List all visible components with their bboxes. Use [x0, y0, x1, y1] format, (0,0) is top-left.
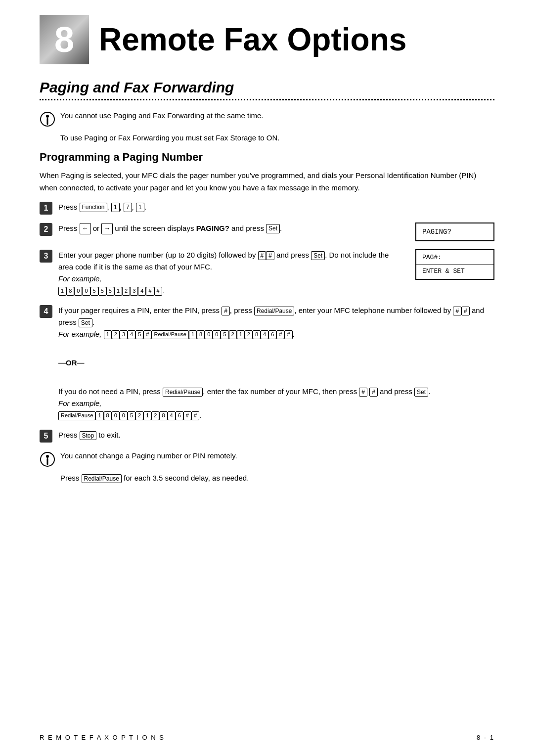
note-icon-3 [40, 451, 55, 467]
key-set-2: Set [266, 224, 280, 233]
example-label-4: For example, [58, 330, 102, 338]
step-2-text: Press ← or → until the screen displays P… [58, 222, 405, 234]
step-5-content: Press Stop to exit. [58, 429, 494, 441]
paging-bold: PAGING? [196, 224, 229, 232]
key-redial-4a: Redial/Pause [254, 307, 294, 316]
step-1: 1 Press Function, 1, 7, 1. [40, 201, 494, 215]
note-text-1: You cannot use Paging and Fax Forwarding… [60, 110, 264, 122]
key-hash2: # [266, 251, 274, 261]
example-line-4: 12345#Redial/Pause18005212846##. [104, 330, 295, 338]
or-divider: —OR— [58, 357, 494, 369]
key-redial-example: Redial/Pause [151, 330, 188, 339]
arrow-left-key: ← [80, 223, 91, 234]
note-text-4: Press Redial/Pause for each 3.5 second d… [60, 472, 494, 484]
note-row-3: You cannot change a Paging number or PIN… [40, 450, 494, 467]
example-label-3: For example, [58, 274, 102, 283]
step-3-text: Enter your pager phone number (up to 20 … [58, 249, 405, 297]
example-line-or: Redial/Pause18005212846##. [58, 411, 201, 419]
step-2: 2 Press ← or → until the screen displays… [40, 222, 494, 241]
key-set-3: Set [311, 251, 325, 261]
note-text-3: You cannot change a Paging number or PIN… [60, 450, 237, 462]
step-5: 5 Press Stop to exit. [40, 429, 494, 443]
chapter-number: 8 [40, 15, 89, 64]
key-7: 7 [124, 203, 132, 212]
key-redial-note: Redial/Pause [82, 474, 122, 484]
step-3: 3 Enter your pager phone number (up to 2… [40, 249, 494, 297]
lcd-top: PAG#: [416, 250, 493, 265]
step-3-content: Enter your pager phone number (up to 20 … [58, 249, 494, 297]
key-redial-or: Redial/Pause [163, 388, 203, 397]
key-function: Function [80, 203, 107, 212]
footer-right: 8 - 1 [477, 734, 494, 741]
sub-heading: Programming a Paging Number [40, 151, 494, 164]
step-2-content: Press ← or → until the screen displays P… [58, 222, 494, 241]
lcd-bottom: ENTER & SET [416, 265, 493, 279]
key-hash-4b: # [453, 307, 461, 316]
steps-list: 1 Press Function, 1, 7, 1. 2 Press ← or … [40, 201, 494, 443]
key-set-4: Set [79, 318, 92, 328]
section-title: Paging and Fax Forwarding [40, 79, 494, 96]
key-hash-or2: # [369, 388, 378, 397]
step-num-4: 4 [40, 305, 52, 318]
chapter-title: Remote Fax Options [89, 15, 406, 64]
note-text-2: To use Paging or Fax Forwarding you must… [60, 132, 494, 144]
arrow-right-key: → [101, 223, 113, 234]
svg-point-1 [46, 115, 49, 118]
step-4: 4 If your pager requires a PIN, enter th… [40, 305, 494, 421]
footer-left: R E M O T E F A X O P T I O N S [40, 734, 165, 741]
example-line-3: 18005551234##. [58, 286, 164, 295]
lcd-screen-paging: PAGING? [415, 222, 494, 241]
page-header: 8 Remote Fax Options [40, 0, 494, 64]
key-redial-or2: Redial/Pause [58, 411, 95, 420]
key-1b: 1 [136, 203, 144, 212]
section-divider [40, 99, 494, 100]
step-4-content: If your pager requires a PIN, enter the … [58, 305, 494, 421]
page-footer: R E M O T E F A X O P T I O N S 8 - 1 [0, 734, 534, 741]
key-hash-4c: # [461, 307, 470, 316]
step-num-1: 1 [40, 202, 52, 215]
step-1-content: Press Function, 1, 7, 1. [58, 201, 494, 213]
body-paragraph: When Paging is selected, your MFC dials … [40, 170, 494, 194]
key-hash1: # [258, 251, 267, 261]
lcd-screen-pag: PAG#: ENTER & SET [415, 249, 494, 280]
key-1a: 1 [111, 203, 120, 212]
note-icon-1 [40, 111, 55, 127]
step-num-2: 2 [40, 223, 52, 236]
key-hash-or1: # [359, 388, 367, 397]
key-stop: Stop [80, 431, 97, 441]
note-row-1: You cannot use Paging and Fax Forwarding… [40, 110, 494, 127]
step-num-3: 3 [40, 250, 52, 263]
step-num-5: 5 [40, 430, 52, 443]
svg-point-4 [46, 455, 49, 458]
key-set-or: Set [414, 388, 428, 397]
key-hash-4: # [222, 307, 230, 316]
example-label-or: For example, [58, 399, 102, 407]
